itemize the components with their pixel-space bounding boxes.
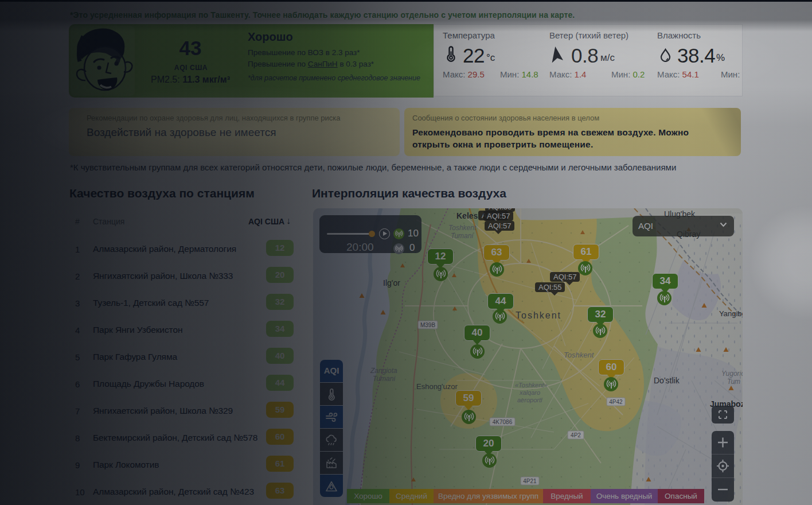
svg-text:4K7086: 4K7086 [493,419,513,425]
svg-text:Ilg'or: Ilg'or [383,278,400,288]
svg-text:4P42: 4P42 [609,399,623,405]
svg-text:Eshong'uzor: Eshong'uzor [416,382,458,391]
svg-text:Yugorich: Yugorich [721,370,743,378]
svg-text:xalqaro: xalqaro [519,389,540,396]
svg-text:Tumani: Tumani [373,375,395,383]
svg-text:Toshkent: Toshkent [448,224,477,232]
svg-text:4P2: 4P2 [571,432,581,438]
svg-text:Zangiota: Zangiota [370,367,397,375]
svg-text:Yangibo: Yangibo [719,309,743,318]
svg-text:Tumani: Tumani [451,232,473,240]
svg-text:Do'stlik: Do'stlik [654,376,680,385]
svg-text:4P21: 4P21 [523,478,537,484]
svg-text:«Toshkent»: «Toshkent» [515,382,547,389]
svg-text:aeroporti: aeroporti [517,397,542,403]
svg-text:M39B: M39B [420,322,435,328]
svg-text:Toshkent: Toshkent [516,310,561,320]
svg-text:Tum: Tum [727,378,740,386]
svg-text:Toshkent: Toshkent [564,351,595,359]
svg-text:Keles: Keles [456,211,478,220]
